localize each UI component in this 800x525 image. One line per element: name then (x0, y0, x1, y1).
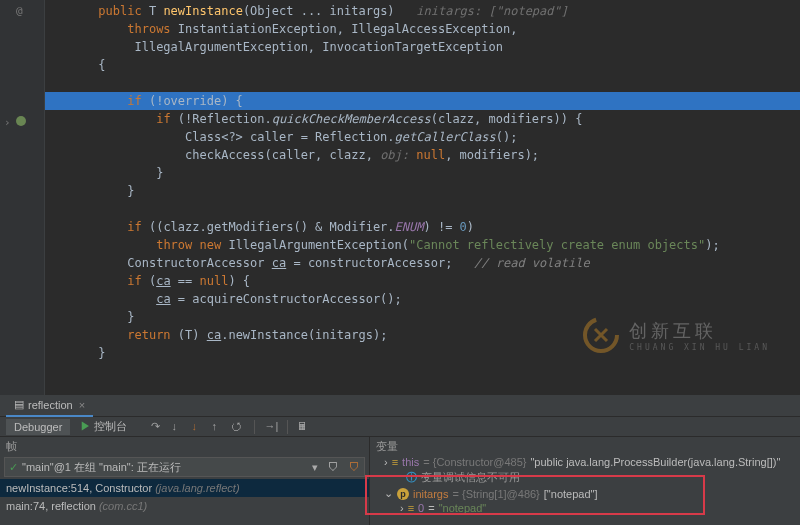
evaluate-expression-icon[interactable]: 🖩 (297, 420, 311, 434)
force-step-into-icon[interactable]: ↓ (191, 420, 205, 434)
chevron-down-icon: ▾ (312, 461, 318, 474)
equals-icon: ≡ (408, 502, 414, 514)
variable-row[interactable]: › ≡ this = {Constructor@485} "public jav… (370, 455, 800, 469)
run-config-icon: ▤ (14, 398, 24, 411)
code-line: } (45, 182, 800, 200)
annotation-gutter-icon: @ (16, 4, 28, 16)
filter-icon[interactable]: ⛉ (328, 461, 339, 473)
variables-header: 变量 (370, 437, 800, 455)
code-line: IllegalArgumentException, InvocationTarg… (45, 38, 800, 56)
param-badge-icon: p (397, 488, 409, 500)
chevron-right-icon: › (400, 502, 404, 514)
breakpoint-marker[interactable] (16, 116, 26, 126)
close-icon[interactable]: × (79, 399, 85, 411)
code-line: public T newInstance(Object ... initargs… (45, 2, 800, 20)
code-line: return (T) ca.newInstance(initargs); (45, 326, 800, 344)
code-line (45, 74, 800, 92)
filter-icon[interactable]: ⛉ (349, 461, 360, 473)
code-line: } (45, 308, 800, 326)
stack-frame[interactable]: main:74, reflection (com.cc1) (0, 497, 369, 515)
code-line: ConstructorAccessor ca = constructorAcce… (45, 254, 800, 272)
thread-selector[interactable]: ✓ "main"@1 在组 "main": 正在运行 ▾ ⛉ ⛉ (4, 457, 365, 477)
variables-panel: 变量 › ≡ this = {Constructor@485} "public … (370, 437, 800, 525)
chevron-down-icon: ⌄ (384, 487, 393, 500)
drop-frame-icon[interactable]: ⭯ (231, 420, 245, 434)
code-line: ca = acquireConstructorAccessor(); (45, 290, 800, 308)
step-over-icon[interactable]: ↷ (151, 420, 165, 434)
stack-frame[interactable]: newInstance:514, Constructor (java.lang.… (0, 479, 369, 497)
variable-row[interactable]: › ≡ 0 = "notepad" (370, 501, 800, 515)
run-to-cursor-icon[interactable]: →| (264, 420, 278, 434)
code-line: if ((clazz.getModifiers() & Modifier.ENU… (45, 218, 800, 236)
variable-info-row: ⓘ 变量调试信息不可用 (370, 469, 800, 486)
code-line: Class<?> caller = Reflection.getCallerCl… (45, 128, 800, 146)
annotation-gutter-icon: › (4, 116, 16, 128)
frames-panel: 帧 ✓ "main"@1 在组 "main": 正在运行 ▾ ⛉ ⛉ newIn… (0, 437, 370, 525)
step-out-icon[interactable]: ↑ (211, 420, 225, 434)
tool-window-tabs: ▤ reflection × (0, 395, 800, 417)
code-line: } (45, 164, 800, 182)
tool-tab-reflection[interactable]: ▤ reflection × (6, 395, 93, 417)
code-editor[interactable]: public T newInstance(Object ... initargs… (45, 0, 800, 395)
debug-panel: ▤ reflection × Debugger ▶ 控制台 ↷ ↓ ↓ ↑ ⭯ … (0, 395, 800, 525)
code-line: } (45, 344, 800, 362)
chevron-right-icon: › (384, 456, 388, 468)
tab-console[interactable]: ▶ 控制台 (72, 417, 135, 436)
code-line-current: if (!override) { (45, 92, 800, 110)
debugger-sub-tabs: Debugger ▶ 控制台 ↷ ↓ ↓ ↑ ⭯ →| 🖩 (0, 417, 800, 437)
code-line: throws InstantiationException, IllegalAc… (45, 20, 800, 38)
editor-gutter: @ › (0, 0, 45, 395)
code-line: if (ca == null) { (45, 272, 800, 290)
step-into-icon[interactable]: ↓ (171, 420, 185, 434)
code-line: throw new IllegalArgumentException("Cann… (45, 236, 800, 254)
code-line: checkAccess(caller, clazz, obj: null, mo… (45, 146, 800, 164)
equals-icon: ≡ (392, 456, 398, 468)
tab-debugger[interactable]: Debugger (6, 419, 70, 435)
frames-header: 帧 (0, 437, 369, 455)
code-line (45, 200, 800, 218)
code-line: if (!Reflection.quickCheckMemberAccess(c… (45, 110, 800, 128)
check-icon: ✓ (9, 461, 18, 474)
code-line: { (45, 56, 800, 74)
variable-row[interactable]: ⌄ p initargs = {String[1]@486} ["notepad… (370, 486, 800, 501)
info-icon: ⓘ (406, 470, 417, 485)
